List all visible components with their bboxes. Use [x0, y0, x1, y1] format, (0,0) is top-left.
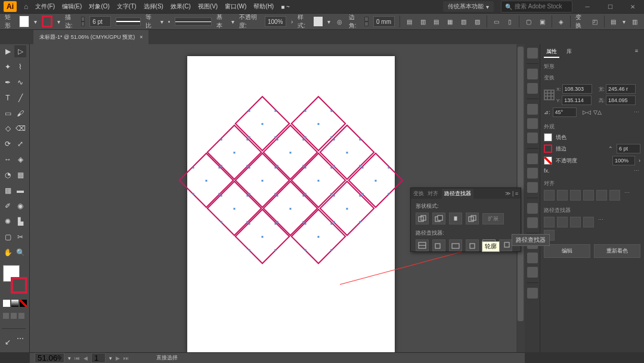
edit-button[interactable]: 编辑 — [544, 244, 590, 258]
symbols-icon[interactable] — [527, 133, 538, 143]
document-tab[interactable]: 未标题-1* @ 51.06% (CMYK/GPU 预览) × — [33, 30, 148, 44]
close-icon[interactable]: × — [140, 34, 143, 40]
eraser-tool[interactable]: ⌫ — [14, 122, 26, 134]
align-top-icon[interactable]: ▦ — [445, 16, 454, 27]
type-tool[interactable]: T — [2, 92, 14, 104]
pf-merge[interactable] — [449, 239, 462, 251]
symbol-sprayer-tool[interactable]: ✺ — [2, 216, 14, 227]
shaper-tool[interactable]: ◇ — [2, 122, 14, 134]
window-minimize[interactable]: ─ — [580, 4, 595, 10]
stroke-width-input[interactable] — [89, 16, 111, 27]
workspace-switcher[interactable]: 传统基本功能▾ — [443, 1, 494, 12]
tab-transform[interactable]: 变换 — [413, 190, 424, 198]
asset-export-icon[interactable] — [527, 253, 538, 263]
zoom-tool[interactable]: 🔍 — [14, 247, 26, 259]
pf-trim[interactable] — [432, 239, 445, 251]
color-guide-icon[interactable] — [527, 83, 538, 94]
perspective-tool[interactable]: ▦ — [14, 169, 26, 181]
opacity-input[interactable] — [265, 16, 286, 27]
corner-input[interactable] — [373, 16, 395, 27]
stroke-stepper[interactable] — [81, 17, 85, 26]
blend-tool[interactable]: ◉ — [14, 200, 26, 212]
zoom-input[interactable] — [35, 353, 64, 363]
angle-input[interactable] — [553, 107, 577, 117]
recolor-button[interactable]: 重新着色 — [594, 244, 640, 258]
swatches-icon[interactable] — [527, 104, 538, 115]
align-bottom-icon[interactable]: ▨ — [473, 16, 482, 27]
menu-file[interactable]: 文件(F) — [35, 2, 55, 11]
window-close[interactable]: ✕ — [625, 4, 640, 10]
panel-menu-icon[interactable]: ≡ — [633, 47, 640, 58]
slice-tool[interactable]: ✂ — [14, 231, 26, 243]
style-picker[interactable] — [314, 17, 323, 26]
fill-stroke-indicator[interactable] — [3, 265, 27, 294]
stroke-w-input[interactable] — [617, 144, 640, 153]
arrange-icon[interactable]: ▤ — [609, 16, 618, 27]
transparency-icon[interactable] — [527, 182, 538, 193]
align-right-icon[interactable]: ▤ — [432, 16, 441, 27]
shape-btn-1[interactable]: ▢ — [524, 16, 533, 27]
corner-stepper[interactable] — [364, 17, 369, 26]
color-icon[interactable] — [527, 69, 538, 79]
direct-selection-tool[interactable]: ▷ — [14, 45, 26, 57]
stroke-profile[interactable] — [116, 17, 141, 26]
gradient-tool[interactable]: ▬ — [14, 184, 26, 196]
stock-search[interactable]: 🔍搜索 Adobe Stock — [501, 1, 572, 13]
none-mode[interactable] — [20, 300, 27, 307]
gradient-icon[interactable] — [527, 168, 538, 179]
rectangle-tool[interactable]: ▭ — [2, 107, 14, 119]
menu-effect[interactable]: 效果(C) — [171, 2, 191, 11]
shape-btn-2[interactable]: ▣ — [538, 16, 547, 27]
more-icon[interactable]: ⋯ — [596, 217, 605, 227]
artboard-num[interactable] — [91, 353, 106, 363]
transform-icon[interactable]: ◰ — [590, 16, 599, 27]
screen-mode[interactable]: ↙ — [2, 336, 14, 348]
pen-tool[interactable]: ✒ — [2, 76, 14, 88]
h-input[interactable] — [606, 96, 636, 105]
fill-swatch[interactable] — [19, 16, 29, 27]
artboards-icon[interactable] — [527, 267, 538, 278]
menu-help[interactable]: 帮助(H) — [253, 2, 274, 11]
stroke-swatch[interactable] — [42, 16, 52, 27]
graph-tool[interactable]: ▙ — [14, 216, 26, 227]
artboard-next[interactable]: ⏭ — [123, 355, 129, 361]
stroke-picker[interactable] — [544, 144, 552, 153]
more-icon[interactable]: ⋯ — [632, 109, 640, 115]
shape-intersect[interactable] — [449, 213, 462, 224]
rotate-tool[interactable]: ⟳ — [2, 138, 14, 150]
window-maximize[interactable]: ☐ — [602, 4, 618, 10]
align-hcenter[interactable] — [557, 190, 568, 201]
menu-extra[interactable]: ■ ~ — [281, 4, 290, 10]
shape-minus-front[interactable] — [432, 213, 445, 224]
selection-tool[interactable]: ▶ — [2, 45, 14, 57]
dist-h-icon[interactable]: ▭ — [492, 16, 501, 27]
appearance-icon[interactable] — [527, 203, 538, 214]
more-icon[interactable]: ⋯ — [632, 168, 640, 174]
pf-minus[interactable] — [557, 217, 568, 227]
more-icon[interactable]: ⋯ — [623, 190, 631, 201]
align-hcenter-icon[interactable]: ▥ — [419, 16, 428, 27]
pf-exclude[interactable] — [583, 217, 594, 227]
stroke-icon[interactable] — [527, 153, 538, 164]
panel-collapse-icon[interactable]: ≫ | ≡ — [505, 190, 518, 196]
pf-intersect[interactable] — [570, 217, 581, 227]
align-left-icon[interactable]: ▤ — [405, 16, 414, 27]
draw-inside[interactable] — [18, 313, 24, 319]
brushes-icon[interactable] — [527, 118, 538, 129]
free-transform-tool[interactable]: ◈ — [14, 153, 26, 165]
flip-v-icon[interactable]: ▽△ — [593, 109, 602, 115]
draw-normal[interactable] — [3, 313, 9, 319]
line-tool[interactable]: ╱ — [14, 92, 26, 104]
menu-window[interactable]: 窗口(W) — [225, 2, 246, 11]
home-icon[interactable]: ⌂ — [24, 2, 28, 11]
menu-view[interactable]: 视图(V) — [198, 2, 218, 11]
shape-unite[interactable] — [416, 213, 429, 224]
align-left[interactable] — [544, 190, 555, 201]
artboard-tool[interactable]: ▢ — [2, 231, 14, 243]
width-tool[interactable]: ↔ — [2, 153, 14, 165]
dist-v-icon[interactable]: ▯ — [505, 16, 514, 27]
draw-behind[interactable] — [11, 313, 17, 319]
expand-button[interactable]: 扩展 — [482, 213, 504, 224]
scale-tool[interactable]: ⤢ — [14, 138, 26, 150]
tab-properties[interactable]: 属性 — [544, 47, 559, 58]
